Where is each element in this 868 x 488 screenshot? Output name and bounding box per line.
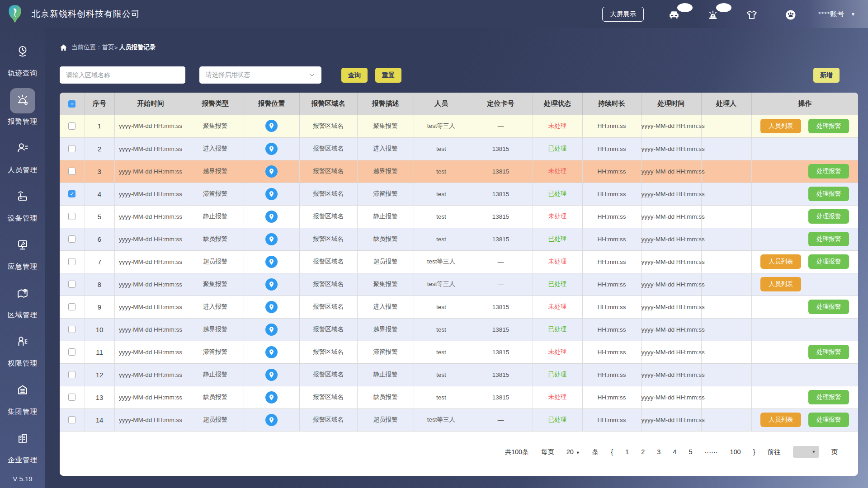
row-checkbox[interactable]	[68, 235, 75, 243]
next-page-button[interactable]: }	[753, 448, 755, 455]
sidebar-item-轨迹查询[interactable]: 轨迹查询	[0, 40, 45, 78]
sidebar-item-label: 轨迹查询	[0, 69, 45, 78]
sidebar-item-集团管理[interactable]: 集团管理	[0, 378, 45, 417]
row-checkbox[interactable]	[68, 122, 75, 130]
sidebar-item-权限管理[interactable]: 权限管理	[0, 330, 45, 368]
select-all-checkbox[interactable]: −	[68, 100, 75, 108]
reset-button[interactable]: 重置	[375, 68, 401, 83]
alarm-location-icon[interactable]	[265, 120, 278, 132]
person-list-button[interactable]: 人员列表	[760, 119, 801, 133]
alarm-location-icon[interactable]	[265, 301, 278, 313]
permission-icon	[15, 334, 30, 351]
person-list-button[interactable]: 人员列表	[760, 254, 801, 269]
row-checkbox[interactable]	[68, 348, 75, 356]
page-number[interactable]: 3	[657, 448, 660, 455]
main-area: 当前位置： 首页 > 人员报警记录 请选择启用状态 查询 重置 新增 −序号开始…	[45, 28, 868, 488]
handle-alarm-button[interactable]: 处理报警	[808, 232, 849, 246]
person-list-button[interactable]: 人员列表	[760, 277, 801, 291]
home-icon	[60, 44, 67, 52]
row-checkbox[interactable]	[68, 258, 75, 265]
row-checkbox[interactable]	[68, 394, 75, 401]
alarm-location-icon[interactable]	[265, 143, 278, 155]
handle-alarm-button[interactable]: 处理报警	[808, 345, 849, 359]
handle-time: yyyy-MM-dd HH:mm:ss	[642, 258, 705, 265]
handle-alarm-button[interactable]: 处理报警	[808, 254, 849, 269]
big-screen-button[interactable]: 大屏展示	[602, 7, 644, 22]
sidebar-item-区域管理[interactable]: 区域管理	[0, 282, 45, 320]
alarm-type: 缺员报警	[203, 394, 227, 400]
table-row: 6yyyy-MM-dd HH:mm:ss缺员报警报警区域名缺员报警test138…	[60, 228, 858, 250]
account-caret-icon[interactable]: ▼	[851, 12, 855, 17]
alarm-location-icon[interactable]	[265, 391, 278, 404]
sidebar-item-设备管理[interactable]: 设备管理	[0, 185, 45, 223]
alarm-location-icon[interactable]	[265, 346, 278, 358]
row-index: 9	[98, 303, 101, 311]
sidebar-item-人员管理[interactable]: 人员管理	[0, 136, 45, 175]
row-checkbox[interactable]	[68, 416, 75, 423]
tshirt-icon[interactable]	[745, 7, 760, 21]
sidebar-item-企业管理[interactable]: 企业管理	[0, 427, 45, 465]
handle-alarm-button[interactable]: 处理报警	[808, 413, 849, 427]
alarm-location-icon[interactable]	[265, 369, 278, 381]
column-header: 定位卡号	[469, 93, 533, 115]
row-checkbox[interactable]	[68, 213, 75, 220]
handle-alarm-button[interactable]: 处理报警	[808, 119, 849, 133]
card-number: 13815	[492, 191, 509, 197]
handle-status: 已处理	[548, 281, 567, 287]
search-button[interactable]: 查询	[341, 68, 368, 83]
alarm-location-icon[interactable]	[265, 414, 278, 426]
page-size-value: 20	[566, 448, 574, 455]
row-index: 4	[98, 190, 101, 198]
alarm-location-icon[interactable]	[265, 211, 278, 223]
alarm-light-icon[interactable]	[706, 7, 722, 21]
alarm-description: 滞留报警	[373, 348, 398, 355]
sidebar-item-应急管理[interactable]: 应急管理	[0, 233, 45, 272]
page-number[interactable]: 100	[730, 448, 741, 455]
row-checkbox[interactable]	[68, 326, 75, 333]
prev-page-button[interactable]: {	[611, 448, 613, 455]
alarm-location-icon[interactable]	[265, 324, 278, 336]
page-number[interactable]: 2	[641, 448, 645, 455]
start-time: yyyy-MM-dd HH:mm:ss	[119, 168, 182, 175]
column-header: 操作	[751, 93, 858, 115]
card-number: 13815	[492, 371, 509, 378]
account-label[interactable]: ****账号	[818, 9, 844, 19]
paw-icon[interactable]	[784, 7, 799, 21]
row-checkbox[interactable]	[68, 168, 75, 175]
alarm-location-icon[interactable]	[265, 233, 278, 245]
handle-alarm-button[interactable]: 处理报警	[808, 300, 849, 314]
row-checkbox[interactable]: ✓	[68, 190, 75, 197]
row-checkbox[interactable]	[68, 145, 75, 152]
alarm-location-icon[interactable]	[265, 256, 278, 268]
row-checkbox[interactable]	[68, 371, 75, 378]
card-number: —	[498, 281, 504, 288]
enterprise-icon	[15, 431, 30, 447]
vehicle-icon[interactable]	[667, 7, 683, 21]
handle-alarm-button[interactable]: 处理报警	[808, 187, 849, 201]
breadcrumb-home[interactable]: 首页	[102, 43, 114, 52]
page-size-select[interactable]: 20▼	[566, 448, 580, 455]
row-checkbox[interactable]	[68, 281, 75, 288]
page-number[interactable]: 5	[689, 448, 692, 455]
goto-label: 前往	[768, 448, 781, 456]
area-name-input[interactable]	[60, 66, 185, 84]
person: test	[436, 326, 446, 333]
handle-alarm-button[interactable]: 处理报警	[808, 209, 849, 224]
row-checkbox[interactable]	[68, 303, 75, 310]
handle-alarm-button[interactable]: 处理报警	[808, 164, 849, 178]
duration: HH:mm:ss	[598, 213, 626, 220]
enable-status-select[interactable]: 请选择启用状态	[199, 66, 321, 84]
sidebar-item-报警管理[interactable]: 报警管理	[0, 88, 45, 127]
handle-alarm-button[interactable]: 处理报警	[808, 390, 849, 404]
page-number[interactable]: 1	[625, 448, 629, 455]
page-number[interactable]: 4	[673, 448, 676, 455]
alarm-area-name: 报警区域名	[313, 416, 344, 423]
add-button[interactable]: 新增	[813, 68, 840, 83]
alarm-location-icon[interactable]	[265, 278, 278, 291]
person-list-button[interactable]: 人员列表	[760, 413, 801, 427]
alarm-location-icon[interactable]	[265, 188, 278, 200]
goto-page-select[interactable]: ▼	[793, 446, 819, 458]
siren-icon	[15, 93, 30, 109]
card-number: 13815	[492, 349, 509, 356]
alarm-location-icon[interactable]	[265, 165, 278, 178]
